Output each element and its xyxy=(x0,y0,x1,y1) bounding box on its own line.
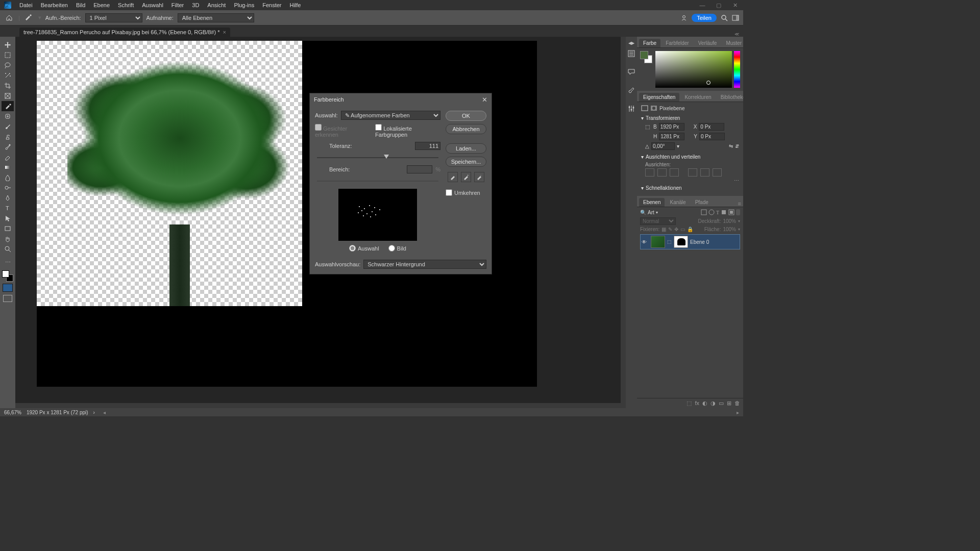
lock-position-icon[interactable]: ✥ xyxy=(674,227,678,232)
align-left-icon[interactable] xyxy=(645,168,654,177)
angle-dropdown-icon[interactable]: ▾ xyxy=(677,143,679,149)
link-layers-icon[interactable]: ⬚ xyxy=(687,400,692,407)
lock-pixels-icon[interactable]: ✎ xyxy=(668,227,672,232)
height-input[interactable] xyxy=(659,133,684,140)
menu-plugins[interactable]: Plug-ins xyxy=(230,2,258,8)
frame-tool[interactable] xyxy=(2,91,14,101)
more-align-icon[interactable]: ⋯ xyxy=(641,178,739,183)
tab-pfade[interactable]: Pfade xyxy=(691,198,713,207)
menu-ebene[interactable]: Ebene xyxy=(89,2,114,8)
new-adjustment-icon[interactable]: ◑ xyxy=(710,400,716,407)
adjustments-panel-icon[interactable] xyxy=(627,105,635,113)
blur-tool[interactable] xyxy=(2,172,14,183)
magic-wand-tool[interactable] xyxy=(2,70,14,81)
window-minimize-icon[interactable]: — xyxy=(694,2,710,9)
dialog-titlebar[interactable]: Farbbereich ✕ xyxy=(310,93,492,106)
align-center-v-icon[interactable] xyxy=(700,168,709,177)
selection-preview-dropdown[interactable]: Schwarzer Hintergrund xyxy=(363,260,486,269)
layer-mask-thumbnail[interactable] xyxy=(674,236,688,248)
crop-tool[interactable] xyxy=(2,81,14,91)
layer-filter-search-icon[interactable]: 🔍 xyxy=(640,210,646,215)
tab-muster[interactable]: Muster xyxy=(722,39,743,47)
load-button[interactable]: Laden... xyxy=(446,143,486,154)
invert-checkbox-row[interactable]: Umkehren xyxy=(446,189,486,196)
vertical-scrollbar[interactable] xyxy=(621,37,626,408)
select-mode-dropdown[interactable]: ✎ Aufgenommene Farben xyxy=(341,111,440,120)
lock-transparency-icon[interactable]: ▦ xyxy=(662,227,666,232)
eyedropper-tool-icon[interactable] xyxy=(24,13,34,23)
delete-layer-icon[interactable]: 🗑 xyxy=(734,400,740,407)
cloud-docs-icon[interactable] xyxy=(680,14,688,21)
fuzziness-slider[interactable] xyxy=(317,154,438,161)
tab-ebenen[interactable]: Ebenen xyxy=(639,198,665,207)
type-tool[interactable]: T xyxy=(2,203,14,213)
history-brush-tool[interactable] xyxy=(2,142,14,152)
path-selection-tool[interactable] xyxy=(2,213,14,223)
color-swatches[interactable] xyxy=(640,51,652,63)
flip-vertical-icon[interactable]: ⇵ xyxy=(735,143,739,149)
search-icon[interactable] xyxy=(721,14,728,21)
pen-tool[interactable] xyxy=(2,193,14,203)
layer-thumbnail[interactable] xyxy=(651,236,665,248)
status-expand-icon[interactable]: › xyxy=(93,410,95,415)
eyedropper-subtract-icon[interactable]: - xyxy=(474,172,484,182)
filter-pixel-icon[interactable] xyxy=(701,209,707,215)
menu-hilfe[interactable]: Hilfe xyxy=(285,2,305,8)
filter-shape-icon[interactable] xyxy=(721,209,727,215)
history-panel-icon[interactable] xyxy=(627,49,635,58)
document-tab[interactable]: tree-7186835_Ramon Perucho auf Pixabay.j… xyxy=(19,28,230,37)
eyedropper-add-icon[interactable]: + xyxy=(461,172,471,182)
angle-input[interactable] xyxy=(651,142,675,150)
filter-type-icon[interactable]: T xyxy=(716,210,719,215)
preview-image-radio[interactable]: Bild xyxy=(388,245,406,252)
tab-bibliotheken[interactable]: Bibliotheken xyxy=(717,93,743,102)
menu-auswahl[interactable]: Auswahl xyxy=(138,2,167,8)
menu-datei[interactable]: Datei xyxy=(15,2,37,8)
tab-eigenschaften[interactable]: Eigenschaften xyxy=(639,93,679,102)
fill-value[interactable]: 100% xyxy=(723,227,736,232)
lasso-tool[interactable] xyxy=(2,60,14,70)
tab-farbe[interactable]: Farbe xyxy=(639,39,660,47)
lock-artboard-icon[interactable]: ▭ xyxy=(680,227,685,232)
align-bottom-icon[interactable] xyxy=(713,168,722,177)
sample-layers-select[interactable]: Alle Ebenen xyxy=(178,13,254,22)
share-button[interactable]: Teilen xyxy=(692,14,717,22)
foreground-background-swatch[interactable] xyxy=(2,270,13,282)
align-center-h-icon[interactable] xyxy=(657,168,667,177)
hue-slider[interactable] xyxy=(734,51,740,88)
marquee-tool[interactable] xyxy=(2,50,14,60)
menu-filter[interactable]: Filter xyxy=(167,2,188,8)
zoom-tool[interactable] xyxy=(2,244,14,254)
align-top-icon[interactable] xyxy=(688,168,697,177)
workspace-icon[interactable] xyxy=(732,14,739,21)
move-tool[interactable] xyxy=(2,40,14,50)
lock-all-icon[interactable]: 🔒 xyxy=(687,227,693,232)
layer-visibility-icon[interactable]: 👁 xyxy=(642,239,649,245)
dodge-tool[interactable] xyxy=(2,183,14,193)
tab-kanaele[interactable]: Kanäle xyxy=(666,198,690,207)
document-tab-close-icon[interactable]: × xyxy=(223,29,226,35)
screen-mode-icon[interactable] xyxy=(3,295,12,302)
tab-overflow-icon[interactable]: ≪ xyxy=(734,32,739,37)
eyedropper-tool[interactable] xyxy=(2,101,14,111)
menu-bild[interactable]: Bild xyxy=(72,2,89,8)
menu-bearbeiten[interactable]: Bearbeiten xyxy=(37,2,72,8)
quick-mask-icon[interactable] xyxy=(3,284,13,292)
section-transformieren[interactable]: ▾ Transformieren xyxy=(641,113,739,123)
menu-3d[interactable]: 3D xyxy=(188,2,203,8)
home-icon[interactable] xyxy=(4,13,14,23)
tab-farbfelder[interactable]: Farbfelder xyxy=(662,39,693,47)
color-field[interactable] xyxy=(655,51,732,88)
document-dimensions[interactable]: 1920 Px x 1281 Px (72 ppi) xyxy=(27,410,88,415)
y-input[interactable] xyxy=(699,133,725,140)
fuzziness-input[interactable] xyxy=(415,142,440,150)
comments-panel-icon[interactable] xyxy=(627,68,635,76)
ok-button[interactable]: OK xyxy=(446,111,486,121)
blend-mode-select[interactable]: Normal xyxy=(640,217,676,225)
menu-schrift[interactable]: Schrift xyxy=(114,2,138,8)
tab-korrekturen[interactable]: Korrekturen xyxy=(680,93,715,102)
tab-verlaeufe[interactable]: Verläufe xyxy=(694,39,721,47)
flip-horizontal-icon[interactable]: ⇋ xyxy=(729,143,733,149)
dialog-close-icon[interactable]: ✕ xyxy=(482,96,487,104)
panel-menu-icon[interactable]: ≡ xyxy=(738,201,741,207)
